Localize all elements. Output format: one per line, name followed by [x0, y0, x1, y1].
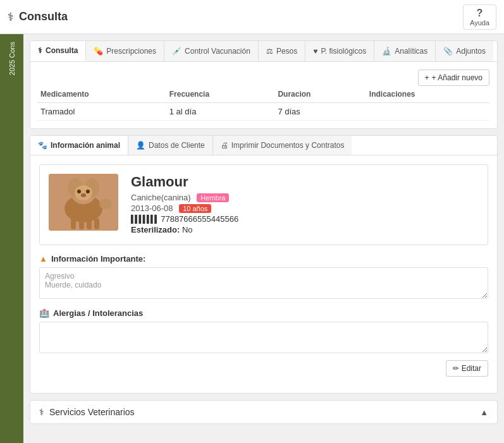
- top-tab-bar: ⚕ Consulta 💊 Prescripciones 💉 Control Va…: [30, 40, 498, 62]
- animal-breed: Caniche(canina) Hembra: [131, 193, 479, 202]
- animal-chip: ▌▌▌▌▌▌▌ 77887666555445566: [131, 214, 479, 224]
- edit-icon: ✏: [453, 364, 459, 373]
- animal-sterilized: Esterilizado: No: [131, 225, 479, 234]
- services-section: ⚕ Servicios Veterinarios ▲: [30, 400, 498, 424]
- warning-title: ▲ Información Importante:: [39, 254, 488, 264]
- svg-point-8: [81, 193, 86, 197]
- help-label: Ayuda: [470, 19, 489, 27]
- animal-date: 2013-06-08 10 años: [131, 203, 479, 213]
- col-header-duracion: Duracion: [275, 86, 366, 103]
- info-tab-imprimir[interactable]: 🖨 Imprimir Documentos y Contratos: [213, 136, 352, 155]
- stethoscope-icon: ⚕: [8, 10, 14, 24]
- svg-point-7: [86, 190, 90, 193]
- barcode-icon: ▌▌▌▌▌▌▌: [131, 215, 159, 224]
- pill-tab-icon: 💊: [94, 47, 103, 56]
- col-header-medicamento: Medicamento: [38, 86, 167, 103]
- prescriptions-table: Medicamento Frecuencia Duracion Indicaci…: [38, 86, 489, 121]
- table-row: Tramadol1 al día7 días: [38, 103, 489, 121]
- plus-icon: +: [425, 73, 429, 82]
- svg-point-13: [99, 199, 112, 209]
- svg-point-5: [75, 185, 92, 200]
- scale-tab-icon: ⚖: [266, 47, 273, 56]
- header-left: ⚕ Consulta: [8, 10, 68, 24]
- dog-image: [49, 174, 118, 231]
- heart-tab-icon: ♥: [313, 47, 317, 56]
- warning-section: ▲ Información Importante: Agresivo Muerd…: [39, 254, 488, 301]
- print-icon: 🖨: [221, 141, 228, 150]
- tab-prescripciones[interactable]: 💊 Prescripciones: [86, 41, 164, 61]
- cell-duracion: 7 días: [275, 103, 366, 121]
- side-panel-text: 2025 Cons: [6, 39, 18, 78]
- add-prescription-button[interactable]: + + Añadir nuevo: [418, 70, 489, 86]
- cell-medicamento: Tramadol: [38, 103, 167, 121]
- gender-badge: Hembra: [197, 193, 229, 202]
- prescriptions-panel: + + Añadir nuevo Medicamento Frecuencia …: [30, 62, 498, 129]
- tab-analiticas[interactable]: 🔬 Analíticas: [374, 41, 436, 61]
- cell-indicaciones: [367, 103, 489, 121]
- important-info-textarea[interactable]: Agresivo Muerde, cuidado: [39, 267, 488, 299]
- age-badge: 10 años: [179, 204, 211, 213]
- info-content: Glamour Caniche(canina) Hembra 2013-06-0…: [30, 155, 497, 393]
- animal-card: Glamour Caniche(canina) Hembra 2013-06-0…: [39, 164, 488, 245]
- page-title: Consulta: [19, 10, 68, 23]
- col-header-frecuencia: Frecuencia: [167, 86, 276, 103]
- animal-details: Glamour Caniche(canina) Hembra 2013-06-0…: [131, 174, 479, 236]
- svg-rect-10: [79, 219, 84, 229]
- info-tab-animal[interactable]: 🐾 Información animal: [30, 136, 128, 155]
- question-icon: ?: [477, 8, 483, 19]
- tab-vacunacion[interactable]: 💉 Control Vacunación: [164, 41, 259, 61]
- info-tab-cliente[interactable]: 👤 Datos de Cliente: [128, 136, 213, 155]
- allergy-title: 🏥 Alergias / Intolerancias: [39, 308, 488, 318]
- bag-icon: 🏥: [39, 308, 49, 318]
- col-header-indicaciones: Indicaciones: [367, 86, 489, 103]
- animal-name: Glamour: [131, 174, 479, 190]
- cell-frecuencia: 1 al día: [167, 103, 276, 121]
- page-wrapper: 2025 Cons ⚕ Consulta 💊 Prescripciones 💉 …: [0, 34, 504, 443]
- chevron-up-icon[interactable]: ▲: [480, 408, 488, 417]
- paw-icon: 🐾: [38, 141, 47, 150]
- side-panel: 2025 Cons: [0, 34, 23, 443]
- edit-button[interactable]: ✏ Editar: [446, 360, 488, 377]
- syringe-tab-icon: 💉: [172, 47, 181, 56]
- tab-adjuntos[interactable]: 📎 Adjuntos: [436, 41, 493, 61]
- help-button[interactable]: ? Ayuda: [463, 4, 496, 30]
- animal-photo: [49, 174, 118, 231]
- warning-icon: ▲: [39, 254, 47, 264]
- top-header: ⚕ Consulta ? Ayuda: [0, 0, 504, 34]
- svg-rect-12: [94, 218, 99, 229]
- allergy-section: 🏥 Alergias / Intolerancias ✏ Editar: [39, 308, 488, 377]
- clip-tab-icon: 📎: [443, 47, 453, 56]
- svg-rect-9: [71, 218, 76, 229]
- allergies-textarea[interactable]: [39, 322, 488, 353]
- flask-tab-icon: 🔬: [382, 47, 391, 56]
- tab-consulta[interactable]: ⚕ Consulta: [30, 41, 86, 61]
- info-panel: 🐾 Información animal 👤 Datos de Cliente …: [30, 135, 498, 394]
- services-title: ⚕ Servicios Veterinarios: [39, 407, 135, 417]
- main-content: ⚕ Consulta 💊 Prescripciones 💉 Control Va…: [23, 34, 504, 443]
- svg-rect-11: [87, 219, 92, 229]
- tab-pesos[interactable]: ⚖ Pesos: [259, 41, 305, 61]
- stethoscope-services-icon: ⚕: [39, 407, 44, 417]
- info-tab-bar: 🐾 Información animal 👤 Datos de Cliente …: [30, 136, 497, 155]
- user-icon: 👤: [136, 141, 145, 150]
- svg-point-6: [77, 190, 81, 193]
- stethoscope-tab-icon: ⚕: [38, 46, 42, 55]
- tab-fisiologicos[interactable]: ♥ P. fisiológicos: [305, 41, 374, 61]
